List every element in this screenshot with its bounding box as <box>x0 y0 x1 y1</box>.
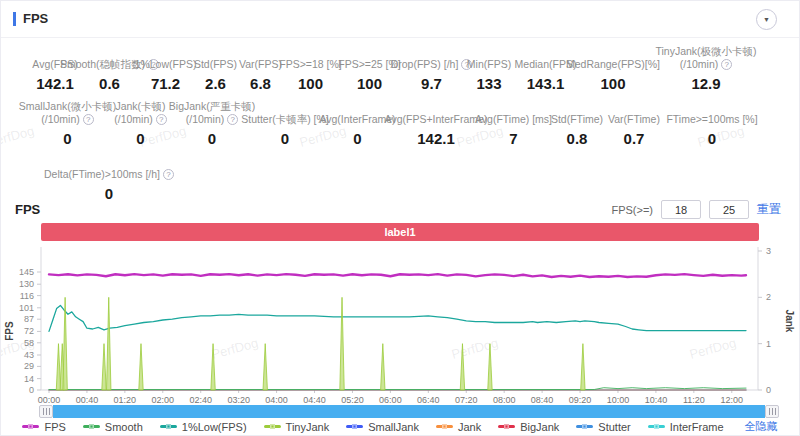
panel-title: FPS <box>23 11 48 26</box>
stat-value: 100 <box>357 75 382 92</box>
stat-cell: Var(FTime)0.7 <box>605 99 663 147</box>
stat-value: 143.1 <box>527 75 565 92</box>
svg-text:08:00: 08:00 <box>493 395 516 405</box>
stat-value: 100 <box>600 75 625 92</box>
label-banner[interactable]: label1 <box>41 223 759 241</box>
info-icon[interactable]: ? <box>156 114 167 125</box>
legend-label: BigJank <box>520 421 559 433</box>
legend-label: 1%Low(FPS) <box>182 421 247 433</box>
legend-label: SmallJank <box>368 421 419 433</box>
stat-cell: Std(FTime)0.8 <box>549 99 605 147</box>
svg-text:87: 87 <box>24 314 34 324</box>
legend-item-bigjank[interactable]: BigJank <box>498 421 559 433</box>
stat-cell: Delta(FTime)>100ms [/h]?0 <box>29 154 189 202</box>
legend-item-interframe[interactable]: InterFrame <box>648 421 724 433</box>
grip-icon <box>43 408 50 415</box>
info-icon[interactable]: ? <box>721 59 732 70</box>
stat-cell: Avg(InterFrame)0 <box>321 99 394 147</box>
legend-marker-icon <box>160 425 177 428</box>
legend-marker-icon <box>264 425 281 428</box>
fps-panel: FPS ▼ Avg(FPS)142.1Smooth(稳帧指数)?0.61%Low… <box>0 0 800 436</box>
chart-title: FPS <box>15 202 40 217</box>
scrollbar-track[interactable] <box>53 405 765 418</box>
scrollbar-right-handle[interactable] <box>765 405 779 418</box>
scrollbar-left-handle[interactable] <box>39 405 53 418</box>
reset-link[interactable]: 重置 <box>757 201 781 218</box>
svg-text:1: 1 <box>766 339 771 349</box>
svg-text:2: 2 <box>766 292 771 302</box>
legend-item-stutter[interactable]: Stutter <box>576 421 630 433</box>
stat-cell: BigJank(严重卡顿)(/10min)?0 <box>175 99 249 147</box>
legend-marker-icon <box>648 425 665 428</box>
info-icon[interactable]: ? <box>83 114 94 125</box>
fps-min-input[interactable] <box>661 200 701 219</box>
svg-text:FPS: FPS <box>4 321 15 341</box>
stat-label: FPS>=18 [%] <box>279 44 341 71</box>
stat-value: 0 <box>105 185 113 202</box>
stat-cell: FPS>=18 [%]100 <box>283 44 338 92</box>
legend-marker-icon <box>83 425 100 428</box>
stat-value: 7 <box>509 130 517 147</box>
stat-label: Avg(FTime) [ms] <box>475 99 552 126</box>
stat-cell: MedRange(FPS)[%]100 <box>575 44 651 92</box>
stat-label: MedRange(FPS)[%] <box>566 44 660 71</box>
stats-row-1: Avg(FPS)142.1Smooth(稳帧指数)?0.61%Low(FPS)7… <box>1 44 799 92</box>
svg-text:00:00: 00:00 <box>38 395 61 405</box>
stat-cell: Avg(FPS+InterFrame)142.1 <box>394 99 478 147</box>
info-icon[interactable]: ? <box>227 114 238 125</box>
stats-summary: Avg(FPS)142.1Smooth(稳帧指数)?0.61%Low(FPS)7… <box>1 37 799 202</box>
stats-row-2: SmallJank(微小卡顿)(/10min)?0Jank(卡顿)(/10min… <box>1 99 799 147</box>
stat-value: 0 <box>281 130 289 147</box>
legend-label: Smooth <box>105 421 143 433</box>
info-icon[interactable]: ? <box>163 169 174 180</box>
svg-text:29: 29 <box>24 361 34 371</box>
stat-value: 9.7 <box>421 75 442 92</box>
legend-item-1-low-fps-[interactable]: 1%Low(FPS) <box>160 421 247 433</box>
fps-filter-controls: FPS(>=) 重置 <box>611 200 781 219</box>
stat-value: 6.8 <box>250 75 271 92</box>
hide-all-link[interactable]: 全隐藏 <box>745 419 778 434</box>
legend-marker-icon <box>346 425 363 428</box>
legend-item-smooth[interactable]: Smooth <box>83 421 143 433</box>
stat-value: 100 <box>298 75 323 92</box>
stat-value: 0 <box>353 130 361 147</box>
stat-label: Delta(FTime)>100ms [/h]? <box>44 154 174 181</box>
panel-header: FPS ▼ <box>1 1 799 38</box>
svg-text:116: 116 <box>20 291 34 301</box>
svg-text:02:40: 02:40 <box>189 395 212 405</box>
stat-label: Jank(卡顿)(/10min)? <box>114 99 167 126</box>
stat-cell: Drop(FPS) [/h]?9.7 <box>401 44 462 92</box>
fps-filter-label: FPS(>=) <box>611 204 653 216</box>
stat-cell: Smooth(稳帧指数)?0.6 <box>81 44 138 92</box>
collapse-button[interactable]: ▼ <box>756 9 777 30</box>
fps-max-input[interactable] <box>709 200 749 219</box>
legend-label: InterFrame <box>670 421 724 433</box>
svg-text:Jank: Jank <box>784 310 795 333</box>
fps-chart[interactable]: 0142943587287101116130145FPS0123Jank00:0… <box>1 245 800 405</box>
svg-text:11:20: 11:20 <box>683 395 705 405</box>
chart-range-scrollbar <box>39 405 779 418</box>
stat-value: 0 <box>208 130 216 147</box>
stat-label: FTime>=100ms [%] <box>666 99 757 126</box>
legend-item-fps[interactable]: FPS <box>22 421 65 433</box>
legend-item-tinyjank[interactable]: TinyJank <box>264 421 330 433</box>
stat-value: 71.2 <box>151 75 180 92</box>
svg-text:10:40: 10:40 <box>645 395 668 405</box>
legend-marker-icon <box>436 425 453 428</box>
legend-item-smalljank[interactable]: SmallJank <box>346 421 419 433</box>
svg-text:10:00: 10:00 <box>607 395 630 405</box>
svg-text:43: 43 <box>24 350 34 360</box>
svg-text:3: 3 <box>766 246 771 256</box>
fps-chart-svg[interactable]: 0142943587287101116130145FPS0123Jank00:0… <box>1 245 800 405</box>
svg-text:130: 130 <box>19 279 34 289</box>
stat-label: SmallJank(微小卡顿)(/10min)? <box>19 99 116 126</box>
stat-cell: Avg(FTime) [ms]7 <box>478 99 549 147</box>
stat-value: 133 <box>476 75 501 92</box>
svg-text:0: 0 <box>766 385 771 395</box>
svg-text:0: 0 <box>29 385 34 395</box>
legend-item-jank[interactable]: Jank <box>436 421 481 433</box>
svg-text:58: 58 <box>24 338 34 348</box>
stat-label: Var(FTime) <box>608 99 660 126</box>
svg-text:14: 14 <box>24 374 34 384</box>
stat-value: 0.6 <box>99 75 120 92</box>
